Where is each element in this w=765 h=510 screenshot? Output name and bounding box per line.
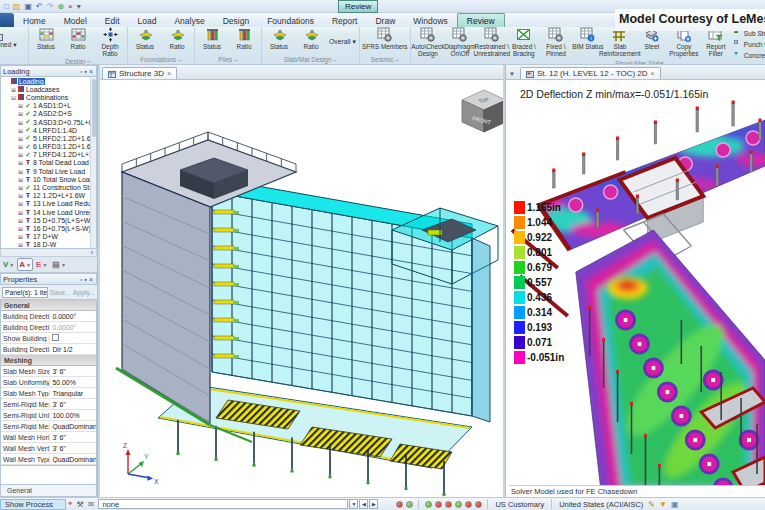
tree-item-9[interactable]: ⊞✓7 LRFD4:1.2D+L+1.6S (1, 151, 96, 159)
tree-expander-icon[interactable]: ⊞ (17, 209, 24, 216)
tree-expander-icon[interactable]: ⊞ (17, 168, 24, 175)
selection-scope-dropdown[interactable]: Panel(s): 1 items ▼ (2, 287, 48, 298)
ribbon-button-steel[interactable]: Steel (636, 28, 668, 60)
display-card-icon[interactable]: ▤▼ (50, 258, 68, 271)
ribbon-button-punch-check-position[interactable]: Punch Check Position (734, 39, 765, 49)
ribbon-button-ratio[interactable]: Ratio (295, 28, 327, 55)
ribbon-button-sfrs-members[interactable]: SFRS Members (361, 28, 409, 55)
tree-scrollbar[interactable] (90, 77, 96, 248)
property-value[interactable]: 3' 6" (50, 434, 96, 441)
ribbon-button-report-filter[interactable]: Report Filter (700, 28, 732, 60)
checkbox[interactable] (52, 334, 59, 341)
ribbon-tab-draw[interactable]: Draw (366, 14, 404, 27)
tree-expander-icon[interactable]: ⊞ (17, 110, 24, 117)
tree-expander-icon[interactable]: ⊞ (17, 151, 24, 158)
tree-item-0[interactable]: Loading (1, 77, 96, 85)
tree-expander-icon[interactable]: ⊞ (17, 217, 24, 224)
chevron-left-icon[interactable]: ◀ (359, 499, 368, 509)
ribbon-tab-design[interactable]: Design (214, 14, 258, 27)
ribbon-button-status[interactable]: Status (129, 28, 161, 55)
ribbon-button-concrete-beam-flanges[interactable]: Concrete Beam Flanges (734, 50, 765, 60)
tree-expander-icon[interactable]: ⊞ (17, 143, 24, 150)
property-value[interactable] (50, 334, 96, 342)
ribbon-button-diaphragm-on-off[interactable]: Diaphragm On\Off (444, 28, 476, 60)
tab-st12-2d[interactable]: St. 12 (H. LEVEL 12 - TOC) 2D × (520, 67, 661, 79)
property-value[interactable]: 0.0000° (50, 313, 96, 320)
tree-item-3[interactable]: ⊞✓1 ASD1:D+L (1, 102, 96, 110)
axis-icon[interactable]: ⌖ (68, 499, 73, 509)
file-tab[interactable] (0, 13, 14, 27)
ribbon-tab-home[interactable]: Home (14, 14, 55, 27)
tree-item-4[interactable]: ⊞✓2 ASD2:D+S (1, 110, 96, 118)
tree-expander-icon[interactable]: ⊞ (10, 86, 17, 93)
tree-expander-icon[interactable]: ⊞ (17, 127, 24, 134)
customize-icon[interactable]: ▾ (77, 2, 81, 11)
tree-expander-icon[interactable]: ⊞ (17, 102, 24, 109)
refresh-icon[interactable]: ⊕ (57, 2, 64, 11)
property-value[interactable]: Dir 1/2 (50, 346, 96, 353)
dialog-launcher-icon[interactable]: ⌐ (178, 57, 182, 63)
display-a-icon[interactable]: A▼ (17, 258, 33, 271)
tree-item-12[interactable]: ⊞Ŧ10 Total Snow Load (1, 175, 96, 183)
tree-item-19[interactable]: ⊞Ŧ17 D+W (1, 233, 96, 241)
chevron-right-icon[interactable]: ▶ (369, 499, 378, 509)
open-folder-icon[interactable]: ▨ (13, 2, 21, 11)
ribbon-tab-edit[interactable]: Edit (96, 14, 129, 27)
ribbon-button-slab-reinforcement[interactable]: Slab Reinforcement (604, 28, 636, 60)
show-process-button[interactable]: Show Process (0, 499, 66, 510)
tree-expander-icon[interactable]: ⊞ (17, 192, 24, 199)
ribbon-button-ratio[interactable]: Ratio (161, 28, 193, 55)
close-icon[interactable]: × (88, 276, 94, 283)
tree-expander-icon[interactable]: ⊞ (17, 176, 24, 183)
orientation-cube[interactable]: TOP FRONT (462, 90, 503, 132)
dialog-launcher-icon[interactable]: ⌐ (87, 58, 91, 64)
status-combo[interactable]: none (98, 499, 348, 509)
ribbon-button-ratio[interactable]: Ratio (228, 28, 260, 55)
tree-item-10[interactable]: ⊞Ŧ8 Total Dead Load (1, 159, 96, 167)
save-icon[interactable]: ▣ (671, 500, 679, 509)
close-icon[interactable]: × (68, 2, 73, 11)
dialog-launcher-icon[interactable]: ⌐ (0, 57, 1, 63)
ribbon-button-depth-ratio[interactable]: Depth Ratio (94, 28, 126, 58)
new-document-icon[interactable]: □ (4, 2, 9, 11)
dialog-launcher-icon[interactable]: ⌐ (395, 57, 399, 63)
tree-item-5[interactable]: ⊞✓3 ASD3:D+0.75L+0.75S (1, 118, 96, 126)
tree-item-8[interactable]: ⊞✓6 LRFD3:1.2D+1.6L+0.5S (1, 143, 96, 151)
members-icon[interactable]: ⚒ (77, 500, 84, 509)
ribbon-tab-foundations[interactable]: Foundations (258, 14, 323, 27)
tree-expander-icon[interactable]: ⊟ (10, 94, 17, 101)
close-icon[interactable]: × (167, 70, 171, 77)
viewport-3d[interactable]: TOP FRONT Z Y X (100, 80, 503, 497)
tree-expander-icon[interactable]: ⊞ (17, 241, 24, 248)
ribbon-tab-load[interactable]: Load (129, 14, 166, 27)
ribbon-button-fixed---pinned[interactable]: Fixed \ Pinned (540, 28, 572, 60)
display-e-icon[interactable]: E▼ (34, 258, 49, 271)
tree-expander-icon[interactable]: ⊞ (17, 159, 24, 166)
tree-item-13[interactable]: ⊞✓11 Construction Stage (1, 183, 96, 191)
ribbon-tab-review[interactable]: Review (457, 13, 505, 27)
viewport-2d[interactable]: 2D Deflection Z min/max=-0.051/1.165in 1… (506, 80, 765, 497)
property-value[interactable]: 0.0000° (50, 324, 96, 331)
ribbon-button-braced---bracing[interactable]: Braced \ Bracing (508, 28, 540, 60)
apply-button[interactable]: Apply... (73, 289, 95, 296)
tab-structure-3d[interactable]: Structure 3D × (102, 67, 177, 79)
property-value[interactable]: 100.00% (50, 412, 96, 419)
markup-icon[interactable]: ✎ (648, 500, 655, 509)
tree-expander-icon[interactable]: ⊞ (17, 225, 24, 232)
filter-icon[interactable]: ▼ (659, 500, 667, 509)
property-value[interactable]: 50.00% (50, 379, 96, 386)
tree-item-6[interactable]: ⊞✓4 LRFD1:1.4D (1, 126, 96, 134)
property-value[interactable]: QuadDominant (50, 456, 96, 463)
property-value[interactable]: 3' 6" (50, 445, 96, 452)
tree-item-18[interactable]: ⊞Ŧ16 D+0.75(L+S-W) (1, 224, 96, 232)
tree-expander-icon[interactable]: ⊞ (17, 200, 24, 207)
ribbon-tab-analyse[interactable]: Analyse (165, 14, 213, 27)
overall-dropdown[interactable]: Overall ▾ (327, 38, 358, 46)
property-value[interactable]: 3' 6" (50, 401, 96, 408)
tree-item-1[interactable]: ⊞Loadcases (1, 85, 96, 93)
design-code-indicator[interactable]: United States (ACI/AISC) (556, 500, 646, 509)
undo-icon[interactable]: ↶ (36, 2, 43, 11)
save-button[interactable]: Save... (50, 289, 71, 296)
combined-dropdown[interactable]: Combined ▾ (0, 28, 27, 55)
ribbon-button-restrained---unrestrained[interactable]: Restrained \ Unrestrained (476, 28, 508, 60)
